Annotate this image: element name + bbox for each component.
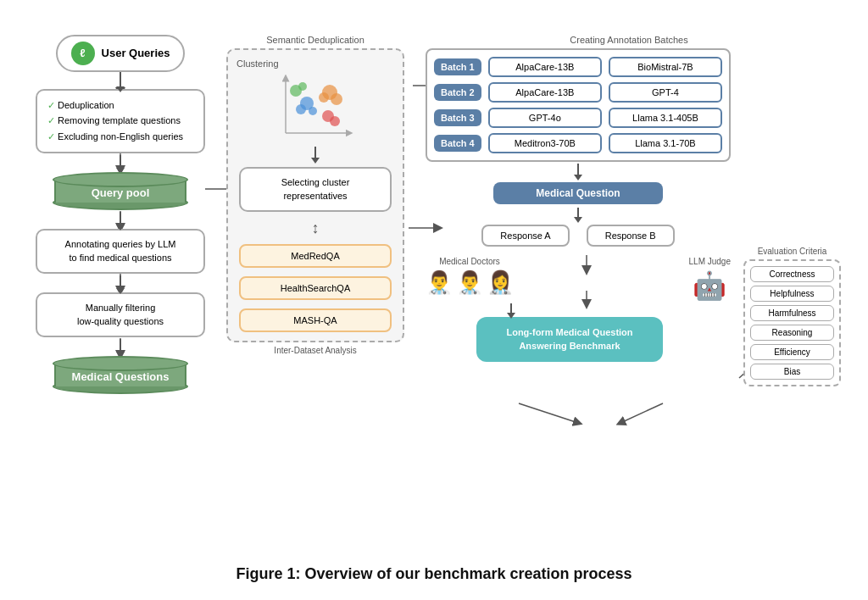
criteria-harmfulness: Harmfulness [750, 305, 834, 321]
batch-1-badge: Batch 1 [434, 58, 481, 75]
select-rep-box: Selecting clusterrepresentatives [239, 167, 392, 212]
batch-4-model2: Llama 3.1-70B [609, 133, 722, 153]
dataset-2-label: HealthSearchQA [281, 283, 351, 293]
batch-row-1: Batch 1 AlpaCare-13B BioMistral-7B [434, 57, 722, 77]
judge-section: LLM Judge 🤖 [689, 257, 731, 302]
batch-1-model1: AlpaCare-13B [488, 57, 602, 77]
doctor-icon-1: 👨‍⚕️ [426, 269, 453, 296]
batches-section-label: Creating Annotation Batches [426, 35, 832, 45]
medical-questions-container: Medical Questions [53, 356, 188, 394]
batch-1-model2: BioMistral-7B [609, 57, 722, 77]
logo-icon: ℓ [71, 42, 95, 65]
criteria-reasoning: Reasoning [750, 325, 834, 341]
left-column: ℓ User Queries Deduplication Removing te… [36, 35, 205, 394]
dataset-2: HealthSearchQA [239, 276, 392, 300]
doctor-icon-2: 👨‍⚕️ [456, 269, 483, 296]
eval-criteria-section: Evaluation Criteria Correctness Helpfuln… [743, 247, 841, 386]
manual-filter-label: Manually filteringlow-quality questions [77, 303, 164, 327]
step-template: Removing template questions [47, 113, 193, 129]
medical-question-box: Medical Question [493, 182, 663, 204]
batch-4-badge: Batch 4 [434, 135, 481, 152]
annotate-label: Annotating queries by LLMto find medical… [65, 239, 176, 264]
svg-line-16 [519, 403, 578, 423]
batch-2-model1: AlpaCare-13B [488, 82, 602, 103]
med-cyl-top [53, 356, 188, 371]
svg-point-29 [309, 107, 317, 115]
select-rep-label: Selecting clusterrepresentatives [281, 177, 350, 202]
inter-dataset-label: Inter-Dataset Analysis [226, 346, 404, 355]
svg-point-26 [331, 93, 342, 105]
clustering-title: Clustering [236, 58, 279, 69]
svg-point-25 [319, 92, 329, 103]
batch-4-model1: Meditron3-70B [488, 133, 602, 153]
dataset-3: MASH-QA [239, 308, 392, 332]
step-nonenglish: Excluding non-English queries [47, 129, 193, 145]
semantic-dedup-label: Semantic Deduplication [226, 35, 404, 45]
batch-row-2: Batch 2 AlpaCare-13B GPT-4 [434, 82, 722, 103]
doctors-section: Medical Doctors 👨‍⚕️ 👨‍⚕️ 👩‍⚕️ [426, 257, 514, 296]
svg-line-17 [620, 403, 663, 423]
dataset-1: MedRedQA [239, 244, 392, 268]
judge-label: LLM Judge [689, 257, 731, 266]
batch-2-badge: Batch 2 [434, 84, 481, 101]
svg-point-28 [296, 104, 306, 114]
dataset-1-label: MedRedQA [291, 251, 339, 261]
batch-3-model2: Llama 3.1-405B [609, 108, 722, 128]
cylinder-top [53, 172, 188, 187]
eval-criteria-label: Evaluation Criteria [743, 247, 841, 256]
dataset-3-label: MASH-QA [293, 315, 337, 325]
user-queries-box: ℓ User Queries [56, 35, 186, 72]
batch-row-3: Batch 3 GPT-4o Llama 3.1-405B [434, 108, 722, 128]
step-dedup: Deduplication [47, 97, 193, 114]
criteria-efficiency: Efficiency [750, 344, 834, 360]
doctors-icons: 👨‍⚕️ 👨‍⚕️ 👩‍⚕️ [426, 269, 514, 296]
response-b-box: Response B [587, 225, 675, 247]
batch-row-4: Batch 4 Meditron3-70B Llama 3.1-70B [434, 133, 722, 153]
eval-criteria-box: Correctness Helpfulness Harmfulness Reas… [743, 259, 841, 386]
doctor-icon-3: 👩‍⚕️ [487, 269, 514, 296]
batch-3-model1: GPT-4o [488, 108, 602, 128]
middle-column: Semantic Deduplication Clustering [226, 35, 404, 355]
criteria-helpfulness: Helpfulness [750, 286, 834, 302]
cluster-visual [277, 74, 353, 142]
annotate-box: Annotating queries by LLMto find medical… [36, 229, 205, 274]
criteria-bias: Bias [750, 364, 834, 380]
doctors-label: Medical Doctors [439, 257, 500, 266]
batches-container: Batch 1 AlpaCare-13B BioMistral-7B Batch… [426, 48, 731, 162]
manual-filter-box: Manually filteringlow-quality questions [36, 292, 205, 337]
judge-icon: 🤖 [693, 269, 726, 302]
benchmark-box: Long-form Medical Question Answering Ben… [476, 317, 663, 362]
batch-3-badge: Batch 3 [434, 109, 481, 126]
user-queries-label: User Queries [102, 47, 170, 59]
batch-2-model2: GPT-4 [609, 82, 722, 103]
svg-point-33 [298, 82, 307, 91]
steps-box: Deduplication Removing template question… [36, 89, 205, 153]
clustering-box: Clustering [226, 48, 404, 342]
figure-caption: Figure 1: Overview of our benchmark crea… [236, 565, 632, 583]
svg-point-31 [330, 116, 340, 126]
criteria-correctness: Correctness [750, 266, 834, 282]
query-pool-container: Query pool [53, 172, 188, 210]
med-q-section: Medical Question Response A Response B [426, 182, 731, 247]
response-a-box: Response A [481, 225, 569, 247]
